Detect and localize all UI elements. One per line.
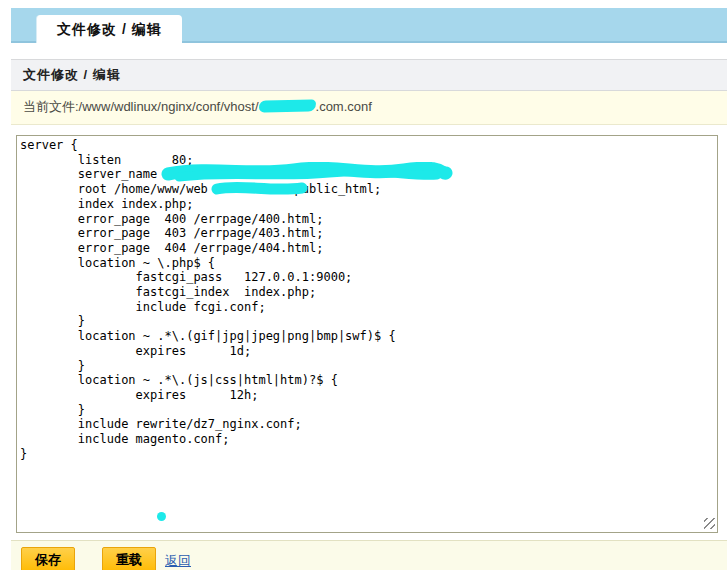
redaction-domain-in-path (258, 99, 315, 112)
save-button[interactable]: 保存 (21, 547, 75, 570)
section-title: 文件修改 / 编辑 (11, 59, 727, 91)
editor-area (16, 135, 718, 533)
footer-toolbar: 保存 重载 返回 (11, 540, 727, 570)
reload-button[interactable]: 重载 (102, 547, 156, 570)
tab-file-edit[interactable]: 文件修改 / 编辑 (37, 15, 182, 43)
tab-file-edit-label: 文件修改 / 编辑 (57, 21, 162, 37)
current-file-path: 当前文件:/www/wdlinux/nginx/conf/vhost/.com.… (11, 91, 727, 125)
tab-bar: 文件修改 / 编辑 (11, 8, 727, 43)
resize-grip-icon[interactable] (704, 518, 715, 529)
back-link[interactable]: 返回 (165, 552, 191, 570)
current-file-path-prefix: 当前文件:/www/wdlinux/nginx/conf/vhost/ (23, 99, 259, 114)
config-editor-textarea[interactable] (16, 135, 718, 533)
current-file-path-suffix: .com.conf (316, 99, 372, 114)
